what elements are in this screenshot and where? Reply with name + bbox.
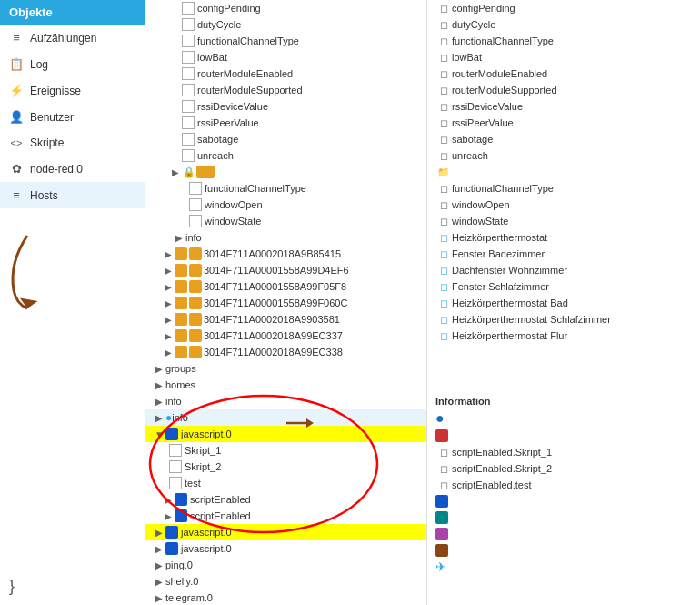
- tree-toggle-icon[interactable]: ▶: [153, 364, 165, 374]
- right-section-information: Information: [432, 393, 700, 409]
- tree-toggle-icon[interactable]: ▶: [162, 249, 175, 259]
- tree-checkbox[interactable]: [182, 2, 195, 15]
- tree-row-scriptenabled2[interactable]: ▶ scriptEnabled: [145, 508, 426, 524]
- tree-row[interactable]: configPending: [145, 0, 426, 16]
- sidebar-item-hosts[interactable]: ≡ Hosts: [0, 182, 145, 208]
- right-row-scriptenabled1: ◻ scriptEnabled.Skript_1: [432, 444, 700, 460]
- sidebar-item-skripte[interactable]: <> Skripte: [0, 130, 145, 156]
- tree-checkbox[interactable]: [189, 198, 202, 211]
- right-row: ◻ rssiDeviceValue: [432, 98, 700, 115]
- tree-row-info[interactable]: ▶ info: [145, 229, 426, 246]
- tree-row-device[interactable]: ▶ 3014F711A00001558A99F060C: [145, 295, 426, 311]
- tree-toggle-icon[interactable]: ▶: [162, 282, 175, 292]
- tree-toggle-icon[interactable]: ▶: [162, 298, 175, 308]
- tree-row-device[interactable]: ▶ 3014F711A00001558A99D4EF6: [145, 262, 426, 278]
- tree-row[interactable]: dutyCycle: [145, 16, 426, 33]
- tree-toggle-icon[interactable]: ▶: [153, 380, 165, 390]
- tree-toggle-icon[interactable]: ▶: [153, 397, 165, 407]
- sidebar-item-log[interactable]: 📋 Log: [0, 51, 145, 77]
- tree-row-info-blue[interactable]: ▶ ● info: [145, 409, 426, 426]
- tree-row[interactable]: rssiPeerValue: [145, 115, 426, 131]
- tree-toggle-icon[interactable]: ▶: [153, 560, 165, 570]
- tree-row-javascript-0-open[interactable]: ▼ javascript.0: [145, 426, 426, 442]
- tree-checkbox[interactable]: [182, 18, 195, 31]
- device-icon: [175, 247, 187, 260]
- tree-toggle-icon[interactable]: ▶: [153, 593, 165, 603]
- sidebar-item-ereignisse[interactable]: ⚡ Ereignisse: [0, 77, 145, 104]
- tree-row-device[interactable]: ▶ 3014F711A0002018A99EC337: [145, 328, 426, 344]
- device-icon2: [189, 346, 202, 358]
- tree-row-test[interactable]: test: [145, 475, 426, 491]
- right-row-label: windowOpen: [452, 199, 510, 210]
- tree-row-info[interactable]: ▶ info: [145, 393, 426, 409]
- tree-checkbox[interactable]: [169, 444, 182, 457]
- tree-row-javascript-0-3[interactable]: ▶ javascript.0: [145, 540, 426, 557]
- tree-checkbox[interactable]: [182, 133, 195, 146]
- tree-row-telegram[interactable]: ▶ telegram.0: [145, 590, 426, 605]
- tree-toggle-icon[interactable]: ▶: [153, 544, 165, 554]
- tree-toggle-icon[interactable]: ▶: [153, 577, 165, 587]
- tree-checkbox[interactable]: [169, 460, 182, 473]
- tree-item-label: telegram.0: [165, 592, 213, 603]
- tree-checkbox[interactable]: [189, 215, 202, 227]
- main-wrapper: configPending dutyCycle functionalChanne…: [145, 0, 700, 605]
- tree-toggle-icon[interactable]: ▶: [162, 315, 175, 325]
- tree-row-device[interactable]: ▶ 3014F711A0002018A9903581: [145, 311, 426, 328]
- tree-checkbox[interactable]: [182, 100, 195, 113]
- tree-toggle-icon[interactable]: ▶: [162, 495, 175, 505]
- tree-row[interactable]: functionalChannelType: [145, 180, 426, 197]
- device-icon2: [189, 313, 202, 326]
- tree-checkbox[interactable]: [182, 67, 195, 80]
- right-row: ◻ windowState: [432, 213, 700, 229]
- tree-row[interactable]: functionalChannelType: [145, 33, 426, 49]
- tree-toggle-icon[interactable]: ▼: [153, 429, 165, 439]
- state-icon: ◻: [435, 19, 452, 31]
- tree-checkbox[interactable]: [182, 149, 195, 162]
- tree-row[interactable]: windowState: [145, 213, 426, 229]
- tree-checkbox[interactable]: [182, 116, 195, 129]
- tree-checkbox[interactable]: [182, 51, 195, 64]
- right-row-brown-icon: [432, 542, 700, 559]
- tree-row-homes[interactable]: ▶ homes: [145, 377, 426, 393]
- right-row-label: rssiPeerValue: [452, 117, 514, 128]
- tree-row[interactable]: sabotage: [145, 131, 426, 147]
- tree-row-groups[interactable]: ▶ groups: [145, 360, 426, 377]
- sidebar-label: node-red.0: [30, 163, 83, 176]
- tree-row-skript2[interactable]: Skript_2: [145, 459, 426, 475]
- tree-row-scriptenabled1[interactable]: ▶ scriptEnabled: [145, 491, 426, 508]
- tree-row-ping[interactable]: ▶ ping.0: [145, 557, 426, 573]
- tree-row-device[interactable]: ▶ 3014F711A0002018A9B85415: [145, 246, 426, 262]
- sidebar-item-aufzaehlungen[interactable]: ≡ Aufzählungen: [0, 25, 145, 51]
- tree-row-shelly[interactable]: ▶ shelly.0: [145, 573, 426, 590]
- tree-expand-icon[interactable]: ▶: [169, 167, 182, 177]
- sidebar-item-benutzer[interactable]: 👤 Benutzer: [0, 104, 145, 130]
- tree-row[interactable]: lowBat: [145, 49, 426, 66]
- tree-row[interactable]: rssiDeviceValue: [145, 98, 426, 115]
- tree-checkbox[interactable]: [189, 182, 202, 195]
- tree-toggle-icon[interactable]: ▶: [173, 233, 185, 243]
- tree-toggle-icon[interactable]: ▶: [153, 413, 165, 423]
- tree-toggle-icon[interactable]: ▶: [153, 528, 165, 538]
- right-row-label: Heizkörperthermostat Flur: [452, 330, 567, 341]
- sidebar-item-node-red[interactable]: ✿ node-red.0: [0, 156, 145, 182]
- state-icon: ◻: [435, 199, 452, 211]
- tree-row[interactable]: windowOpen: [145, 197, 426, 213]
- tree-toggle-icon[interactable]: ▶: [162, 348, 175, 358]
- telegram-icon: ✈: [435, 560, 446, 574]
- tree-checkbox[interactable]: [169, 477, 182, 489]
- tree-row-device[interactable]: ▶ 3014F711A0002018A99EC338: [145, 344, 426, 360]
- tree-row-device[interactable]: ▶ 3014F711A00001558A99F05F8: [145, 278, 426, 295]
- tree-row-javascript-0-2[interactable]: ▶ javascript.0: [145, 524, 426, 540]
- tree-row-skript1[interactable]: Skript_1: [145, 442, 426, 459]
- tree-toggle-icon[interactable]: ▶: [162, 511, 175, 521]
- tree-toggle-icon[interactable]: ▶: [162, 266, 175, 276]
- tree-item-label: test: [185, 478, 201, 489]
- tree-row[interactable]: routerModuleSupported: [145, 82, 426, 98]
- tree-checkbox[interactable]: [182, 35, 195, 47]
- right-row: ◻ rssiPeerValue: [432, 115, 700, 131]
- tree-toggle-icon[interactable]: ▶: [162, 331, 175, 341]
- tree-row[interactable]: routerModuleEnabled: [145, 66, 426, 82]
- tree-checkbox[interactable]: [182, 84, 195, 96]
- tree-row-folder[interactable]: ▶ 🔒: [145, 164, 426, 180]
- tree-row[interactable]: unreach: [145, 147, 426, 164]
